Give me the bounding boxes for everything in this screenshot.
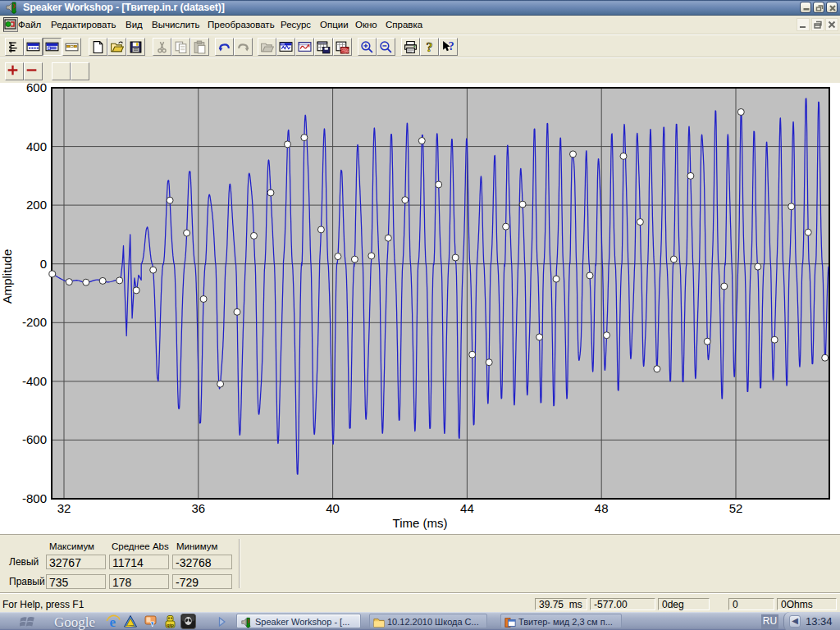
svg-text:200: 200 [26, 198, 47, 212]
svg-text:?: ? [427, 40, 433, 54]
svg-text:40: 40 [326, 501, 340, 515]
svg-text:qip: qip [167, 623, 174, 628]
svg-text:-600: -600 [22, 432, 47, 446]
svg-text:600: 600 [26, 83, 47, 94]
svg-text:-800: -800 [22, 491, 47, 505]
svg-text:-200: -200 [22, 315, 47, 329]
svg-text:400: 400 [26, 139, 47, 153]
svg-text:?: ? [449, 40, 454, 52]
svg-text:0: 0 [40, 257, 47, 271]
svg-text:48: 48 [595, 501, 609, 515]
svg-text:52: 52 [729, 501, 743, 515]
svg-text:32: 32 [57, 501, 71, 515]
svg-text:Amplitude: Amplitude [0, 249, 14, 304]
svg-text:-400: -400 [22, 374, 47, 388]
svg-text:44: 44 [460, 501, 474, 515]
svg-text:36: 36 [191, 501, 205, 515]
svg-text:Time (ms): Time (ms) [393, 516, 448, 530]
